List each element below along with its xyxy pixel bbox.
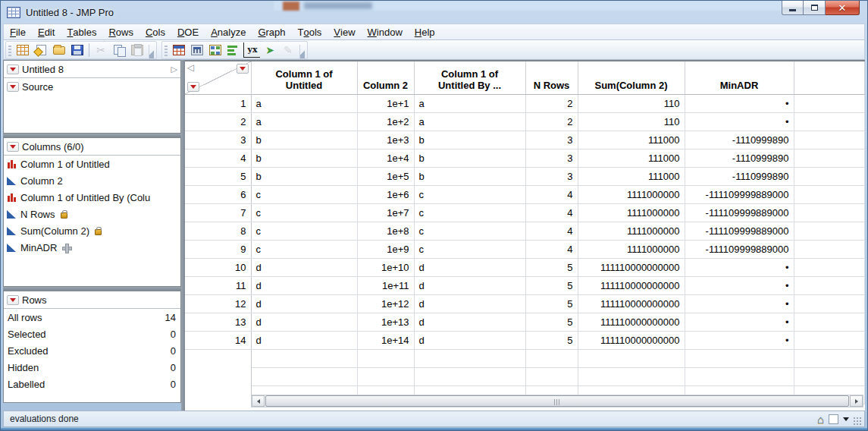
cell[interactable] xyxy=(414,349,525,367)
rows-menu-icon[interactable] xyxy=(7,295,19,305)
source-menu-icon[interactable] xyxy=(7,82,19,92)
row-number-cell[interactable]: 11 xyxy=(185,276,251,294)
menu-file[interactable]: File xyxy=(4,24,32,39)
cell[interactable] xyxy=(685,367,794,385)
nominal-modeling-type-icon[interactable] xyxy=(7,193,17,202)
cell[interactable] xyxy=(357,349,414,367)
cell[interactable]: 5 xyxy=(525,294,578,313)
run-script-icon[interactable]: ➤ xyxy=(262,42,278,58)
menu-help[interactable]: Help xyxy=(409,24,441,39)
cell[interactable]: 1e+12 xyxy=(357,294,414,313)
panel-expand-icon[interactable]: ▷ xyxy=(171,65,177,74)
menu-edit[interactable]: Edit xyxy=(32,24,61,39)
cell[interactable]: 1e+7 xyxy=(357,203,414,222)
column-header-2[interactable]: Column 2 xyxy=(357,61,414,94)
column-header-5[interactable]: Sum(Column 2) xyxy=(578,61,685,94)
cell[interactable]: c xyxy=(414,185,525,203)
menu-view[interactable]: View xyxy=(327,24,361,39)
column-list-item[interactable]: Sum(Column 2) xyxy=(4,222,180,239)
cell[interactable] xyxy=(525,349,578,367)
cell[interactable]: 5 xyxy=(525,258,578,276)
menu-tools[interactable]: Tools xyxy=(292,24,328,39)
cell[interactable]: d xyxy=(251,258,357,276)
cell[interactable]: • xyxy=(685,313,794,331)
cell[interactable]: -1110999890 xyxy=(685,149,794,167)
cell[interactable]: 2 xyxy=(525,112,578,131)
column-header-6[interactable]: MinADR xyxy=(685,61,794,94)
cell[interactable]: c xyxy=(414,240,525,258)
cell[interactable]: d xyxy=(414,313,525,331)
row-number-cell[interactable]: 6 xyxy=(185,185,251,203)
cell[interactable]: d xyxy=(414,294,525,313)
row-number-cell[interactable]: 13 xyxy=(185,313,251,331)
cell[interactable]: 1e+9 xyxy=(357,240,414,258)
menu-rows[interactable]: Rows xyxy=(102,24,139,39)
cell[interactable]: 2 xyxy=(525,94,578,112)
cell[interactable]: c xyxy=(414,222,525,240)
row-number-cell[interactable]: 7 xyxy=(185,203,251,222)
cell[interactable]: -111109999889000 xyxy=(685,185,794,203)
row-number-cell[interactable]: 4 xyxy=(185,149,251,167)
column-header-3[interactable]: Column 1 of Untitled By ... xyxy=(414,61,525,94)
cell[interactable]: 111000 xyxy=(578,149,685,167)
cell[interactable]: 4 xyxy=(525,203,578,222)
row-number-cell[interactable]: 5 xyxy=(185,167,251,185)
scrollbar-thumb[interactable] xyxy=(265,395,849,407)
cell[interactable]: -1110999890 xyxy=(685,167,794,185)
formula-icon[interactable] xyxy=(62,244,71,252)
column-header-4[interactable]: N Rows xyxy=(525,61,578,94)
cell[interactable] xyxy=(251,349,357,367)
close-button[interactable]: ✕ xyxy=(826,1,860,15)
cell[interactable]: 4 xyxy=(525,222,578,240)
cell[interactable]: b xyxy=(414,149,525,167)
cell[interactable]: 1e+5 xyxy=(357,167,414,185)
cell[interactable]: 5 xyxy=(525,276,578,294)
row-number-cell[interactable]: 2 xyxy=(185,112,251,131)
scroll-left-icon[interactable] xyxy=(252,395,265,407)
row-number-cell[interactable] xyxy=(185,349,251,367)
cell[interactable]: -111109999889000 xyxy=(685,203,794,222)
menu-graph[interactable]: Graph xyxy=(252,24,291,39)
fit-y-by-x-icon[interactable]: yx xyxy=(243,42,260,58)
home-icon[interactable]: ⌂ xyxy=(817,414,824,425)
row-number-cell[interactable]: 3 xyxy=(185,131,251,149)
rows-corner-menu-icon[interactable] xyxy=(187,82,199,92)
cell[interactable] xyxy=(251,367,357,385)
new-data-table-icon[interactable] xyxy=(14,42,31,58)
continuous-modeling-type-icon[interactable] xyxy=(7,243,17,252)
cell[interactable]: -111109999889000 xyxy=(685,222,794,240)
window-state-button[interactable] xyxy=(829,414,838,424)
cell[interactable] xyxy=(578,349,685,367)
cell[interactable]: b xyxy=(251,167,357,185)
cell[interactable]: 1111000000 xyxy=(578,240,685,258)
cell[interactable]: 5 xyxy=(525,313,578,331)
cell[interactable]: -111109999889000 xyxy=(685,240,794,258)
cell[interactable]: 111110000000000 xyxy=(578,276,685,294)
toolbar-overflow-icon[interactable] xyxy=(149,45,154,58)
column-list-item[interactable]: Column 1 of Untitled xyxy=(4,156,180,172)
cell[interactable]: b xyxy=(414,167,525,185)
cell[interactable]: c xyxy=(251,240,357,258)
menu-cols[interactable]: Cols xyxy=(139,24,171,39)
new-journal-icon[interactable] xyxy=(33,42,49,58)
cell[interactable]: d xyxy=(251,331,357,349)
cell[interactable]: 1111000000 xyxy=(578,185,685,203)
cell[interactable]: 1e+6 xyxy=(357,185,414,203)
continuous-modeling-type-icon[interactable] xyxy=(7,226,17,235)
toolbar-grip-icon[interactable] xyxy=(8,44,11,56)
cell[interactable]: c xyxy=(414,203,525,222)
cell[interactable]: 1e+1 xyxy=(357,94,414,112)
graph-builder-icon[interactable] xyxy=(225,42,242,58)
status-dropdown-icon[interactable] xyxy=(843,417,849,421)
cell[interactable]: d xyxy=(251,313,357,331)
cell[interactable]: 1e+8 xyxy=(357,222,414,240)
column-list-item[interactable]: Column 1 of Untitled By (Colu xyxy=(4,189,180,206)
cell[interactable]: 1e+3 xyxy=(357,131,414,149)
scroll-right-icon[interactable] xyxy=(850,395,863,407)
cell[interactable]: 111110000000000 xyxy=(578,331,685,349)
collapse-panel-icon[interactable]: ◁ xyxy=(187,62,194,73)
row-number-cell[interactable]: 14 xyxy=(185,331,251,349)
title-bar[interactable]: Untitled 8 - JMP Pro ✕ xyxy=(1,1,867,24)
cell[interactable]: • xyxy=(685,294,794,313)
cell[interactable]: 1e+2 xyxy=(357,112,414,131)
